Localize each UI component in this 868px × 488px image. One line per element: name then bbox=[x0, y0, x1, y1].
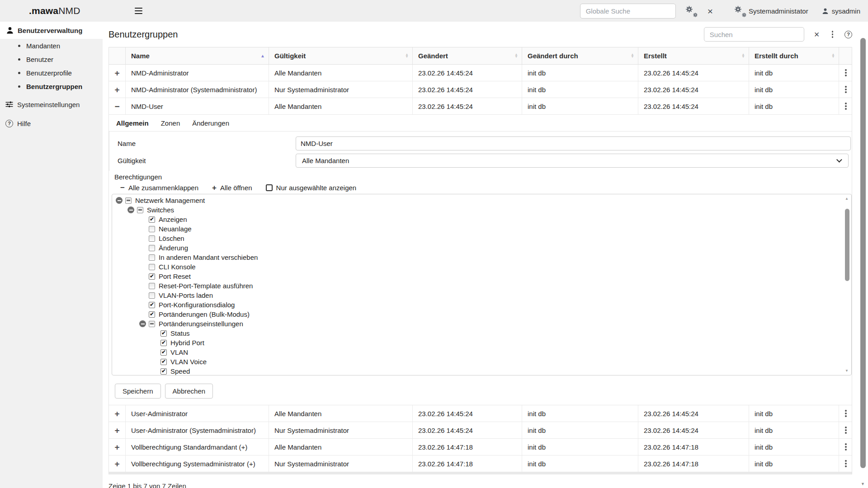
sidebar-item-benutzergruppen[interactable]: Benutzergruppen bbox=[0, 80, 103, 93]
checkbox-checked-icon[interactable] bbox=[160, 349, 167, 356]
table-search-input[interactable] bbox=[704, 27, 804, 42]
sidebar-item-hilfe[interactable]: ? Hilfe bbox=[0, 116, 103, 131]
name-cell: User-Administrator bbox=[126, 405, 269, 422]
tree-scrollbar-thumb[interactable] bbox=[845, 209, 849, 281]
row-kebab-icon[interactable] bbox=[844, 68, 848, 78]
column-header-geaendert-durch[interactable]: Geändert durch▲▼ bbox=[522, 47, 638, 64]
checkbox-checked-icon[interactable] bbox=[149, 311, 155, 318]
row-actions-cell[interactable] bbox=[839, 439, 853, 455]
checkbox-checked-icon[interactable] bbox=[160, 340, 167, 346]
sidebar-item-systemeinstellungen[interactable]: Systemeinstellungen bbox=[0, 97, 103, 112]
close-icon[interactable]: × bbox=[708, 6, 713, 16]
collapse-all-button[interactable]: − Alle zusammenklappen bbox=[120, 184, 198, 192]
name-field[interactable] bbox=[296, 136, 851, 150]
tab-zonen[interactable]: Zonen bbox=[161, 119, 180, 127]
row-actions-cell[interactable] bbox=[839, 81, 853, 98]
column-header-geaendert[interactable]: Geändert▲▼ bbox=[413, 47, 522, 64]
tab-aenderungen[interactable]: Änderungen bbox=[192, 119, 229, 127]
table-menu-kebab-icon[interactable] bbox=[830, 29, 835, 39]
expand-cell[interactable]: + bbox=[109, 65, 126, 81]
row-kebab-icon[interactable] bbox=[844, 442, 848, 452]
expand-row-icon[interactable]: + bbox=[114, 69, 119, 77]
expand-cell[interactable]: + bbox=[109, 455, 126, 472]
row-kebab-icon[interactable] bbox=[844, 425, 848, 435]
row-kebab-icon[interactable] bbox=[844, 459, 848, 469]
tree-node-label: Portänderungseinstellungen bbox=[159, 320, 243, 328]
cancel-button[interactable]: Abbrechen bbox=[165, 384, 213, 399]
tab-allgemein[interactable]: Allgemein bbox=[116, 119, 149, 127]
erstellt-durch-cell: init db bbox=[749, 405, 839, 422]
expand-all-button[interactable]: + Alle öffnen bbox=[212, 184, 252, 192]
row-actions-cell[interactable] bbox=[839, 455, 853, 472]
collapse-node-icon[interactable] bbox=[127, 206, 134, 213]
tree-node-label: Löschen bbox=[159, 235, 184, 242]
row-kebab-icon[interactable] bbox=[844, 84, 848, 94]
checkbox-unchecked-icon[interactable] bbox=[149, 264, 155, 270]
row-actions-cell[interactable] bbox=[839, 422, 853, 438]
expand-row-icon[interactable]: + bbox=[114, 460, 119, 468]
expand-cell[interactable]: + bbox=[109, 439, 126, 455]
checkbox-unchecked-icon[interactable] bbox=[149, 283, 155, 289]
clear-search-icon[interactable]: × bbox=[814, 30, 820, 39]
save-button[interactable]: Speichern bbox=[115, 384, 161, 399]
expand-row-icon[interactable]: + bbox=[114, 443, 119, 451]
collapse-row-icon[interactable]: − bbox=[114, 102, 119, 111]
checkbox-unchecked-icon[interactable] bbox=[149, 226, 155, 232]
expand-cell[interactable]: + bbox=[109, 81, 126, 98]
row-kebab-icon[interactable] bbox=[844, 101, 848, 111]
sidebar-item-benutzer[interactable]: Benutzer bbox=[0, 52, 103, 66]
scroll-up-icon[interactable]: ▲ bbox=[845, 197, 849, 201]
row-actions-cell[interactable] bbox=[839, 98, 853, 114]
expand-cell[interactable]: + bbox=[109, 405, 126, 422]
collapse-node-icon[interactable] bbox=[116, 197, 123, 204]
row-actions-cell[interactable] bbox=[839, 65, 853, 81]
column-header-name[interactable]: Name▲ bbox=[126, 47, 269, 64]
tree-node-hybrid-port: Hybrid Port bbox=[112, 338, 851, 347]
column-header-erstellt[interactable]: Erstellt▲▼ bbox=[638, 47, 749, 64]
tree-scrollbar[interactable]: ▲ ▼ bbox=[844, 195, 850, 374]
bullet-icon bbox=[18, 45, 20, 47]
expand-row-icon[interactable]: + bbox=[114, 426, 119, 435]
sidebar-item-benutzerprofile[interactable]: Benutzerprofile bbox=[0, 66, 103, 80]
only-selected-toggle[interactable]: Nur ausgewählte anzeigen bbox=[266, 184, 357, 192]
user-menu[interactable]: sysadmin bbox=[822, 7, 860, 15]
checkbox-unchecked-icon[interactable] bbox=[149, 254, 155, 261]
checkbox-checked-icon[interactable] bbox=[160, 368, 167, 375]
column-header-gueltigkeit[interactable]: Gültigkeit▲▼ bbox=[269, 47, 413, 64]
page-scrollbar[interactable]: ▼ bbox=[860, 22, 867, 488]
expand-cell[interactable]: + bbox=[109, 422, 126, 438]
checkbox-unchecked-icon[interactable] bbox=[149, 292, 155, 299]
checkbox-indeterminate-icon[interactable] bbox=[125, 197, 132, 204]
page-scrollbar-thumb[interactable] bbox=[860, 38, 866, 468]
checkbox-unchecked-icon[interactable] bbox=[149, 235, 155, 242]
bullet-icon bbox=[18, 58, 20, 61]
table-help-icon[interactable]: ? bbox=[844, 31, 852, 38]
sidebar-section-benutzerverwaltung[interactable]: Benutzerverwaltung bbox=[0, 22, 103, 39]
checkbox-checked-icon[interactable] bbox=[160, 330, 167, 337]
checkbox-indeterminate-icon[interactable] bbox=[149, 321, 155, 327]
expand-cell[interactable]: − bbox=[109, 98, 126, 114]
checkbox-checked-icon[interactable] bbox=[160, 359, 167, 365]
collapse-node-icon[interactable] bbox=[139, 320, 146, 327]
checkbox-checked-icon[interactable] bbox=[149, 216, 155, 223]
checkbox-checked-icon[interactable] bbox=[149, 273, 155, 280]
global-search-input[interactable] bbox=[580, 4, 676, 19]
role-switcher[interactable]: Systemadministator bbox=[725, 6, 808, 15]
checkbox-unchecked-icon[interactable] bbox=[149, 245, 155, 251]
column-header-label: Name bbox=[131, 52, 150, 60]
sidebar-item-mandanten[interactable]: Mandanten bbox=[0, 39, 103, 52]
scroll-down-icon[interactable]: ▼ bbox=[845, 369, 849, 373]
column-header-erstellt-durch[interactable]: Erstellt durch▲▼ bbox=[749, 47, 839, 64]
row-kebab-icon[interactable] bbox=[844, 408, 848, 418]
checkbox-checked-icon[interactable] bbox=[149, 302, 155, 308]
only-selected-checkbox[interactable] bbox=[266, 184, 273, 191]
gueltigkeit-select[interactable]: Alle Mandanten bbox=[296, 154, 849, 168]
services-gears-icon[interactable] bbox=[686, 6, 697, 15]
menu-hamburger-icon[interactable] bbox=[135, 8, 142, 14]
page-scroll-down-icon[interactable]: ▼ bbox=[861, 482, 865, 486]
checkbox-indeterminate-icon[interactable] bbox=[137, 207, 143, 213]
plus-icon: + bbox=[212, 184, 217, 192]
expand-row-icon[interactable]: + bbox=[114, 409, 119, 418]
expand-row-icon[interactable]: + bbox=[114, 85, 119, 94]
row-actions-cell[interactable] bbox=[839, 405, 853, 422]
